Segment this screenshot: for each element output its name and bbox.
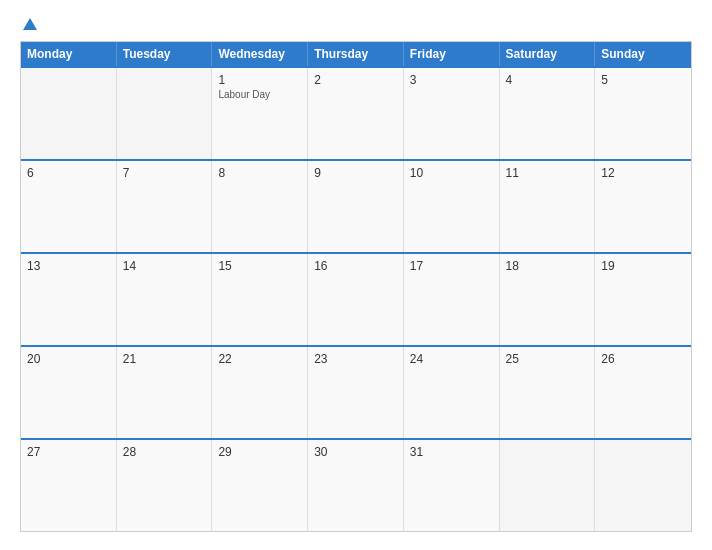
day-number: 4 (506, 73, 589, 87)
calendar-cell: 14 (117, 254, 213, 345)
day-number: 10 (410, 166, 493, 180)
calendar-week: 6789101112 (21, 159, 691, 252)
calendar-cell: 28 (117, 440, 213, 531)
day-number: 19 (601, 259, 685, 273)
calendar-cell (21, 68, 117, 159)
day-number: 22 (218, 352, 301, 366)
day-number: 28 (123, 445, 206, 459)
calendar-cell: 29 (212, 440, 308, 531)
day-number: 6 (27, 166, 110, 180)
calendar-cell: 31 (404, 440, 500, 531)
page-header (20, 18, 692, 31)
calendar-header-cell: Friday (404, 42, 500, 66)
calendar-cell: 13 (21, 254, 117, 345)
day-number: 3 (410, 73, 493, 87)
day-number: 5 (601, 73, 685, 87)
calendar-cell: 24 (404, 347, 500, 438)
calendar-week: 1Labour Day2345 (21, 66, 691, 159)
day-number: 31 (410, 445, 493, 459)
calendar-cell: 20 (21, 347, 117, 438)
calendar-cell: 2 (308, 68, 404, 159)
calendar-cell: 12 (595, 161, 691, 252)
day-number: 15 (218, 259, 301, 273)
day-number: 26 (601, 352, 685, 366)
calendar-header-cell: Saturday (500, 42, 596, 66)
calendar-cell: 5 (595, 68, 691, 159)
calendar-cell: 15 (212, 254, 308, 345)
calendar-cell (595, 440, 691, 531)
logo (20, 18, 37, 31)
day-event: Labour Day (218, 89, 301, 100)
calendar-week: 20212223242526 (21, 345, 691, 438)
day-number: 18 (506, 259, 589, 273)
day-number: 27 (27, 445, 110, 459)
calendar-cell: 17 (404, 254, 500, 345)
day-number: 16 (314, 259, 397, 273)
calendar-cell: 25 (500, 347, 596, 438)
calendar-cell: 23 (308, 347, 404, 438)
day-number: 24 (410, 352, 493, 366)
calendar-cell: 19 (595, 254, 691, 345)
day-number: 2 (314, 73, 397, 87)
calendar-cell: 30 (308, 440, 404, 531)
calendar-cell: 21 (117, 347, 213, 438)
calendar-cell: 22 (212, 347, 308, 438)
calendar-header-row: MondayTuesdayWednesdayThursdayFridaySatu… (21, 42, 691, 66)
calendar-cell: 9 (308, 161, 404, 252)
day-number: 23 (314, 352, 397, 366)
day-number: 9 (314, 166, 397, 180)
calendar-cell: 18 (500, 254, 596, 345)
calendar-header-cell: Tuesday (117, 42, 213, 66)
calendar-cell: 26 (595, 347, 691, 438)
calendar-header-cell: Monday (21, 42, 117, 66)
day-number: 30 (314, 445, 397, 459)
day-number: 13 (27, 259, 110, 273)
calendar-header-cell: Thursday (308, 42, 404, 66)
calendar-cell: 16 (308, 254, 404, 345)
day-number: 14 (123, 259, 206, 273)
calendar-cell: 3 (404, 68, 500, 159)
calendar-header-cell: Sunday (595, 42, 691, 66)
day-number: 25 (506, 352, 589, 366)
calendar-cell: 4 (500, 68, 596, 159)
day-number: 29 (218, 445, 301, 459)
calendar-header-cell: Wednesday (212, 42, 308, 66)
day-number: 17 (410, 259, 493, 273)
day-number: 11 (506, 166, 589, 180)
calendar-cell (500, 440, 596, 531)
day-number: 12 (601, 166, 685, 180)
calendar-cell: 11 (500, 161, 596, 252)
day-number: 8 (218, 166, 301, 180)
calendar-cell: 1Labour Day (212, 68, 308, 159)
calendar-cell (117, 68, 213, 159)
calendar-cell: 27 (21, 440, 117, 531)
day-number: 21 (123, 352, 206, 366)
calendar-cell: 8 (212, 161, 308, 252)
calendar-cell: 7 (117, 161, 213, 252)
calendar-cell: 10 (404, 161, 500, 252)
calendar-week: 2728293031 (21, 438, 691, 531)
day-number: 20 (27, 352, 110, 366)
calendar-week: 13141516171819 (21, 252, 691, 345)
logo-triangle-icon (23, 18, 37, 30)
calendar-cell: 6 (21, 161, 117, 252)
day-number: 1 (218, 73, 301, 87)
day-number: 7 (123, 166, 206, 180)
calendar: MondayTuesdayWednesdayThursdayFridaySatu… (20, 41, 692, 532)
logo-blue-text (20, 18, 37, 31)
